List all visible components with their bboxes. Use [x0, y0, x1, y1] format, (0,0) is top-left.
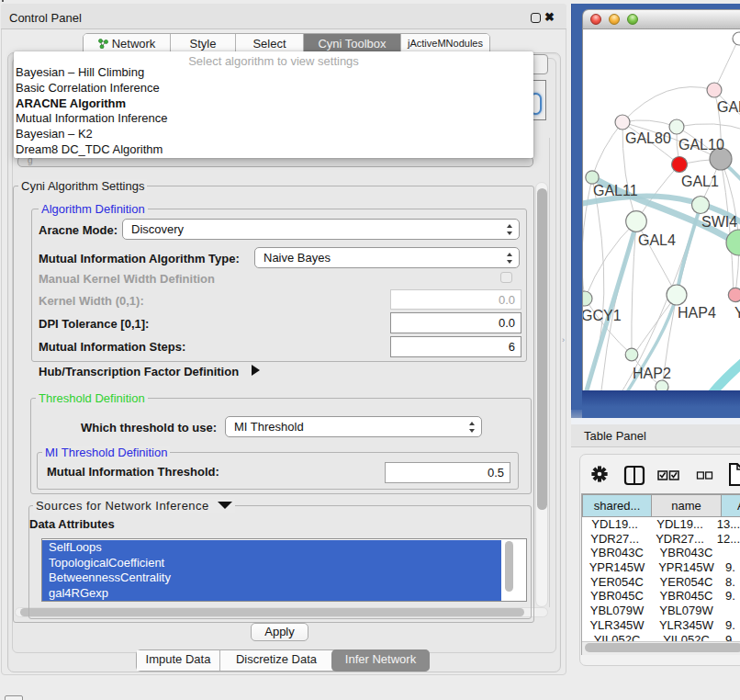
- svg-text:GAL11: GAL11: [593, 183, 638, 198]
- svg-text:GAL10: GAL10: [678, 137, 724, 152]
- svg-text:HAP2: HAP2: [633, 366, 671, 381]
- svg-text:GAL4: GAL4: [638, 232, 676, 248]
- svg-text:GCY1: GCY1: [583, 308, 622, 323]
- svg-text:SWI4: SWI4: [701, 214, 737, 230]
- svg-text:GAL1: GAL1: [681, 174, 719, 189]
- svg-text:GAL80: GAL80: [625, 130, 671, 146]
- svg-text:YJ: YJ: [734, 305, 740, 321]
- svg-text:HAP4: HAP4: [678, 305, 716, 321]
- svg-text:GAL2: GAL2: [717, 99, 740, 115]
